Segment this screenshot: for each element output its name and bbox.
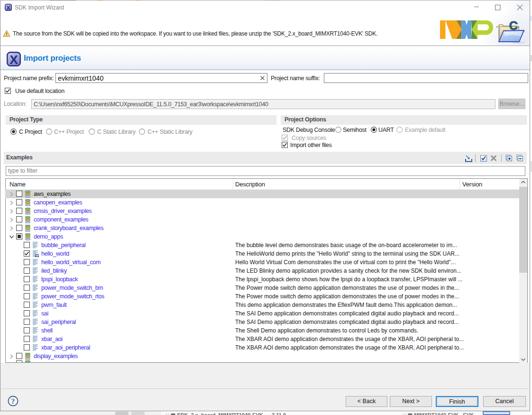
svg-text:X: X (6, 4, 10, 11)
svg-text:?: ? (11, 397, 15, 405)
svg-text:X: X (9, 53, 18, 66)
